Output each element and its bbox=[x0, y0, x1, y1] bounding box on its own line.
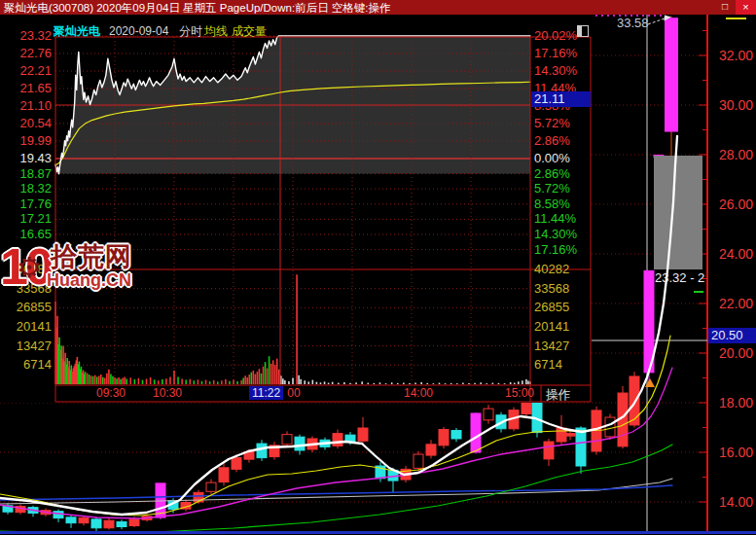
close-button[interactable]: × bbox=[736, 0, 756, 15]
window-title: 聚灿光电(300708) 2020年09月04日 星期五 PageUp/Down… bbox=[4, 1, 391, 16]
title-bar[interactable]: 聚灿光电(300708) 2020年09月04日 星期五 PageUp/Down… bbox=[0, 0, 756, 15]
app-window: 聚灿光电 2020-09-04 分时 均线 成交量 21.11 11:22 操作… bbox=[0, 0, 756, 535]
watermark-site-name: 拾荒网 bbox=[51, 239, 132, 274]
watermark-site-url: Huang.CN bbox=[47, 270, 131, 291]
window-bottom-border bbox=[0, 531, 756, 534]
gear-icon: ⚙ bbox=[17, 251, 42, 284]
watermark: 10 ⚙ 拾荒网 Huang.CN bbox=[0, 239, 146, 302]
maximize-button[interactable]: □ bbox=[717, 0, 733, 15]
